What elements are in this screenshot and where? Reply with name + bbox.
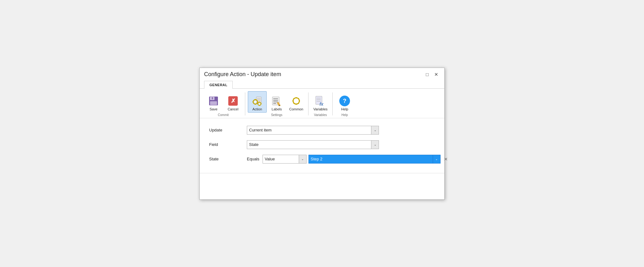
toolbar-group-commit: Save ✗ Cancel Commit	[204, 91, 242, 117]
field-value: State	[249, 142, 371, 147]
svg-rect-31	[292, 101, 294, 102]
svg-rect-13	[257, 102, 258, 103]
state-label: State	[209, 157, 247, 161]
action-button[interactable]: Action	[248, 91, 267, 113]
svg-rect-32	[299, 101, 300, 102]
svg-rect-11	[255, 104, 256, 105]
action-label: Action	[253, 107, 262, 111]
update-dropdown-arrow[interactable]: ⌄	[371, 126, 379, 134]
update-row: Update Current item ⌄	[209, 126, 435, 135]
toolbar-group-variables: fx Variables Variables	[311, 91, 330, 117]
field-row: Field State ⌄	[209, 140, 435, 149]
commit-group-label: Commit	[204, 113, 242, 117]
help-label: Help	[341, 107, 348, 111]
svg-rect-30	[296, 103, 297, 105]
toolbar-help-items: ? Help	[335, 91, 354, 113]
update-select[interactable]: Current item ⌄	[247, 126, 379, 135]
toolbar-group-help: ? Help Help	[335, 91, 354, 117]
cancel-x-icon: ✗	[228, 96, 238, 106]
cancel-button[interactable]: ✗ Cancel	[224, 91, 242, 113]
svg-point-28	[295, 100, 297, 102]
title-bar: Configure Action - Update item □ ✕	[200, 68, 444, 81]
value-type-arrow[interactable]: ⌄	[299, 155, 306, 163]
update-control: Current item ⌄	[247, 126, 435, 135]
update-value: Current item	[249, 128, 371, 132]
field-label: Field	[209, 142, 247, 147]
field-dropdown-arrow[interactable]: ⌄	[371, 141, 379, 149]
cancel-label: Cancel	[228, 107, 238, 111]
dialog-title: Configure Action - Update item	[204, 71, 281, 78]
toolbar-group-settings: Action	[248, 91, 306, 117]
bottom-divider	[200, 173, 444, 173]
form-area: Update Current item ⌄ Field State ⌄ Stat…	[200, 118, 444, 170]
separator-3	[332, 92, 333, 115]
toolbar-variables-items: fx Variables	[311, 91, 330, 113]
svg-rect-29	[296, 97, 297, 98]
action-icon	[252, 95, 263, 107]
svg-rect-2	[210, 101, 217, 105]
state-value-text: Step 2	[311, 157, 433, 161]
cancel-icon: ✗	[227, 95, 239, 107]
field-control: State ⌄	[247, 140, 435, 149]
labels-button[interactable]: Labels	[267, 91, 286, 113]
help-icon: ?	[339, 95, 350, 107]
tab-bar: GENERAL	[200, 81, 444, 89]
value-type-text: Value	[265, 157, 299, 161]
equals-label: Equals	[247, 157, 259, 161]
help-button[interactable]: ? Help	[335, 91, 354, 113]
state-value-arrow[interactable]: ⌄	[433, 155, 440, 163]
svg-rect-18	[257, 103, 258, 104]
help-group-label: Help	[335, 113, 354, 117]
help-circle-icon: ?	[339, 96, 350, 106]
variables-button[interactable]: fx Variables	[311, 91, 330, 113]
common-label: Common	[289, 107, 303, 111]
settings-group-label: Settings	[248, 113, 306, 117]
svg-rect-3	[212, 97, 213, 99]
toolbar-commit-items: Save ✗ Cancel	[204, 91, 242, 113]
save-icon	[208, 95, 219, 107]
separator-2	[308, 92, 308, 115]
variables-label: Variables	[313, 107, 327, 111]
title-buttons: □ ✕	[424, 71, 440, 78]
tab-general[interactable]: GENERAL	[204, 81, 233, 89]
state-value-select[interactable]: Step 2 ⌄	[308, 155, 441, 164]
value-type-select[interactable]: Value ⌄	[263, 155, 307, 164]
configure-action-dialog: Configure Action - Update item □ ✕ GENER…	[199, 68, 445, 200]
svg-rect-12	[253, 102, 253, 103]
svg-rect-10	[255, 99, 256, 100]
toolbar: Save ✗ Cancel Commit	[200, 89, 444, 118]
svg-rect-19	[261, 103, 262, 104]
svg-rect-16	[259, 102, 260, 102]
toolbar-settings-items: Action	[248, 91, 306, 113]
update-label: Update	[209, 128, 247, 132]
field-select[interactable]: State ⌄	[247, 140, 379, 149]
labels-icon	[271, 95, 282, 107]
svg-text:fx: fx	[319, 102, 324, 106]
svg-point-9	[254, 101, 256, 103]
variables-icon: fx	[315, 95, 326, 107]
save-label: Save	[209, 107, 217, 111]
common-button[interactable]: Common	[287, 91, 306, 113]
svg-rect-17	[259, 105, 260, 106]
minimize-button[interactable]: □	[424, 71, 430, 78]
close-button[interactable]: ✕	[433, 71, 440, 78]
state-row: State Equals Value ⌄ Step 2 ⌄ ✕	[209, 155, 435, 164]
separator-1	[245, 92, 245, 115]
common-icon	[291, 95, 302, 107]
state-delete-button[interactable]: ✕	[442, 156, 449, 163]
variables-group-label: Variables	[311, 113, 330, 117]
svg-point-15	[259, 103, 260, 104]
state-control: Equals Value ⌄ Step 2 ⌄ ✕	[247, 155, 449, 164]
save-button[interactable]: Save	[204, 91, 223, 113]
labels-label: Labels	[272, 107, 282, 111]
